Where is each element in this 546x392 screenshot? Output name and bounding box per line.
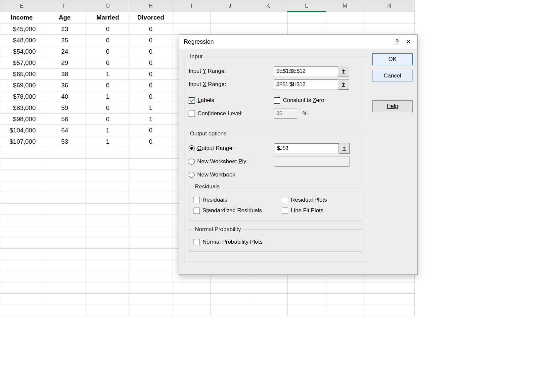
cell[interactable] xyxy=(43,170,86,181)
cell[interactable] xyxy=(129,204,172,215)
cell[interactable] xyxy=(129,305,172,316)
cell[interactable]: $98,000 xyxy=(0,114,43,125)
cell[interactable] xyxy=(86,294,129,305)
cell[interactable] xyxy=(43,294,86,305)
dialog-titlebar[interactable]: Regression ? ✕ xyxy=(179,35,417,49)
cell[interactable] xyxy=(86,170,129,181)
cell[interactable]: 59 xyxy=(43,102,86,114)
cell[interactable]: 64 xyxy=(43,125,86,136)
cell[interactable] xyxy=(0,192,43,204)
cell[interactable]: 0 xyxy=(86,114,129,125)
cell[interactable] xyxy=(249,24,288,35)
column-header-J[interactable]: J xyxy=(211,0,249,12)
cell[interactable]: 0 xyxy=(129,80,172,91)
cell[interactable] xyxy=(364,24,415,35)
cell[interactable]: $107,000 xyxy=(0,136,43,147)
column-header-F[interactable]: F xyxy=(43,0,86,12)
cell[interactable] xyxy=(0,294,43,305)
cell[interactable] xyxy=(211,305,249,316)
cell[interactable]: 0 xyxy=(129,46,172,57)
output-range-radio[interactable]: Output Range: xyxy=(189,145,275,152)
cell[interactable] xyxy=(129,237,172,249)
cell[interactable] xyxy=(129,192,172,204)
residuals-checkbox[interactable]: Residuals xyxy=(194,195,269,205)
cell[interactable]: 53 xyxy=(43,136,86,147)
cell[interactable]: $104,000 xyxy=(0,125,43,136)
cell[interactable]: $65,000 xyxy=(0,69,43,80)
cell[interactable]: 1 xyxy=(129,102,172,114)
cell[interactable] xyxy=(86,260,129,271)
cell[interactable] xyxy=(364,282,415,294)
cell[interactable]: 0 xyxy=(86,57,129,69)
cell[interactable] xyxy=(129,181,172,192)
cell[interactable]: 0 xyxy=(129,136,172,147)
cell[interactable] xyxy=(129,294,172,305)
cell[interactable] xyxy=(288,294,326,305)
confidence-level-checkbox[interactable]: Confidence Level: xyxy=(189,110,271,117)
column-header-H[interactable]: H xyxy=(129,0,172,12)
cell[interactable] xyxy=(43,159,86,170)
cell[interactable]: 24 xyxy=(43,46,86,57)
column-header-G[interactable]: G xyxy=(86,0,129,12)
cell[interactable] xyxy=(43,215,86,226)
cell[interactable] xyxy=(43,237,86,249)
cell[interactable]: 0 xyxy=(86,35,129,46)
cell[interactable] xyxy=(211,282,249,294)
cell[interactable] xyxy=(0,215,43,226)
cell[interactable] xyxy=(172,12,211,24)
cell[interactable] xyxy=(86,249,129,260)
help-button[interactable]: Help xyxy=(372,100,413,112)
cell[interactable]: $48,000 xyxy=(0,35,43,46)
cell[interactable] xyxy=(172,305,211,316)
collapse-icon[interactable] xyxy=(338,79,349,90)
standardized-residuals-checkbox[interactable]: Standardized Residuals xyxy=(194,205,269,216)
cell[interactable]: 0 xyxy=(129,35,172,46)
cell[interactable]: 0 xyxy=(86,24,129,35)
cell[interactable] xyxy=(129,282,172,294)
cell[interactable]: 25 xyxy=(43,35,86,46)
cell[interactable] xyxy=(129,260,172,271)
line-fit-plots-checkbox[interactable]: Line Fit Plots xyxy=(282,205,357,216)
cell[interactable]: 0 xyxy=(129,125,172,136)
cell[interactable] xyxy=(172,294,211,305)
cell[interactable] xyxy=(211,24,249,35)
cell[interactable]: $45,000 xyxy=(0,24,43,35)
cell[interactable]: 1 xyxy=(86,91,129,102)
cell[interactable] xyxy=(43,305,86,316)
cell[interactable] xyxy=(43,226,86,237)
column-header-I[interactable]: I xyxy=(172,0,211,12)
cell[interactable] xyxy=(86,226,129,237)
cell[interactable]: $69,000 xyxy=(0,80,43,91)
cell[interactable] xyxy=(0,204,43,215)
cell[interactable] xyxy=(43,260,86,271)
cell[interactable]: $57,000 xyxy=(0,57,43,69)
cell[interactable] xyxy=(288,12,326,24)
cell[interactable] xyxy=(249,305,288,316)
dialog-help-button[interactable]: ? xyxy=(391,38,403,45)
cell[interactable] xyxy=(0,181,43,192)
cell[interactable]: 0 xyxy=(86,46,129,57)
cell[interactable] xyxy=(86,159,129,170)
cell[interactable] xyxy=(129,170,172,181)
cell[interactable] xyxy=(211,294,249,305)
cell[interactable] xyxy=(86,215,129,226)
confidence-level-input[interactable] xyxy=(274,109,297,119)
column-header-N[interactable]: N xyxy=(364,0,415,12)
cell[interactable] xyxy=(43,181,86,192)
constant-zero-checkbox[interactable]: Constant is Zero xyxy=(274,97,324,104)
cell[interactable]: 36 xyxy=(43,80,86,91)
cell[interactable]: 40 xyxy=(43,91,86,102)
cell[interactable]: 0 xyxy=(86,80,129,91)
cell[interactable] xyxy=(0,159,43,170)
cell[interactable] xyxy=(86,147,129,159)
cell[interactable] xyxy=(0,282,43,294)
input-y-range[interactable] xyxy=(274,66,338,76)
cell[interactable] xyxy=(86,237,129,249)
cell[interactable] xyxy=(129,215,172,226)
cell[interactable]: 23 xyxy=(43,24,86,35)
cell[interactable] xyxy=(129,159,172,170)
cell[interactable] xyxy=(0,249,43,260)
column-header-K[interactable]: K xyxy=(249,0,288,12)
cell[interactable]: Married xyxy=(86,12,129,24)
cell[interactable]: $78,000 xyxy=(0,91,43,102)
